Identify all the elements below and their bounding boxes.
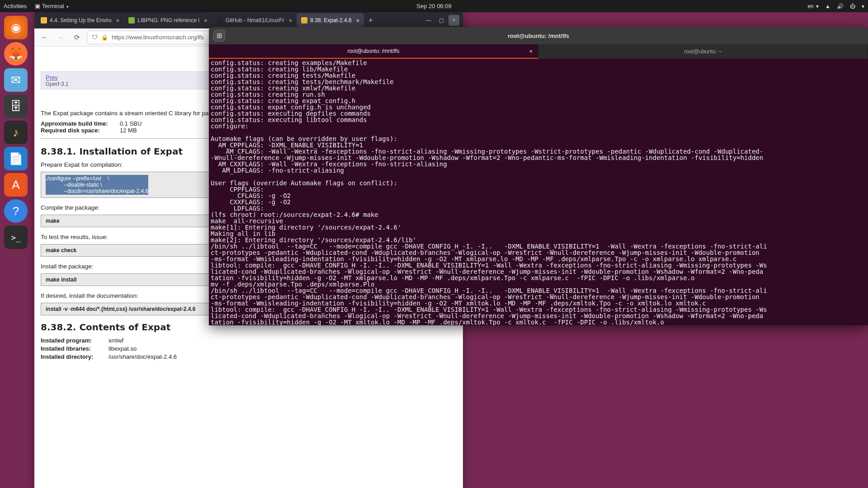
network-icon[interactable]: ▲ [825, 3, 830, 9]
build-time-label: Approximate build time: [41, 120, 120, 127]
clock[interactable]: Sep 20 06:09 [416, 3, 451, 9]
terminal-tabstrip: root@ubuntu: /mnt/lfs × root@ubuntu: ~ [209, 44, 868, 59]
close-icon[interactable]: × [116, 17, 120, 24]
terminal-tab-active[interactable]: root@ubuntu: /mnt/lfs × [209, 44, 538, 59]
terminal-titlebar[interactable]: ⊞ root@ubuntu: /mnt/lfs [209, 27, 868, 44]
browser-tab[interactable]: GitHub - Nmatt1/LinuxFr × [212, 13, 297, 28]
close-icon[interactable]: × [204, 17, 208, 24]
terminal-window: ⊞ root@ubuntu: /mnt/lfs root@ubuntu: /mn… [209, 27, 868, 325]
dock-music-icon[interactable]: ♪ [4, 121, 28, 144]
close-icon[interactable]: × [356, 17, 360, 24]
terminal-output[interactable]: config.status: creating examples/Makefil… [209, 59, 868, 325]
dock-firefox-icon[interactable]: 🦊 [4, 42, 28, 66]
shield-icon: 🛡 [92, 34, 98, 41]
dock: ◉ 🦊 ✉ 🗄 ♪ 📄 A ? >_ [0, 12, 32, 488]
prev-link[interactable]: Prev [46, 74, 58, 81]
firefox-tabstrip: 4.4. Setting Up the Enviro × LIBPNG: PNG… [34, 12, 463, 28]
power-icon[interactable]: ⏻ [850, 3, 855, 9]
terminal-tab-label: root@ubuntu: /mnt/lfs [348, 48, 400, 54]
installed-program-label: Installed program: [41, 337, 108, 344]
browser-tab-active[interactable]: 8.38. Expat-2.4.6 × [297, 13, 364, 28]
favicon-icon [41, 17, 47, 23]
dock-files-icon[interactable]: 🗄 [4, 94, 28, 118]
forward-button[interactable]: → [54, 31, 67, 44]
installed-lib-label: Installed libraries: [41, 345, 108, 352]
back-button[interactable]: ← [38, 31, 51, 44]
chevron-down-icon: ▾ [66, 5, 69, 9]
favicon-icon [217, 17, 223, 23]
close-icon[interactable]: × [289, 17, 292, 24]
lock-icon: 🔒 [101, 34, 108, 41]
new-tab-button[interactable]: + [364, 16, 377, 24]
terminal-tab-label: root@ubuntu: ~ [684, 48, 722, 55]
disk-label: Required disk space: [41, 127, 120, 134]
close-button[interactable]: × [448, 15, 459, 26]
dock-store-icon[interactable]: A [4, 173, 28, 197]
close-icon[interactable]: × [529, 48, 533, 55]
disk-value: 12 MB [120, 127, 137, 134]
dock-help-icon[interactable]: ? [4, 199, 28, 223]
activities-button[interactable]: Activities [4, 3, 27, 9]
terminal-icon: ▣ [35, 3, 40, 9]
terminal-title: root@ubuntu: /mnt/lfs [508, 33, 569, 39]
terminal-tab[interactable]: root@ubuntu: ~ [538, 44, 868, 59]
url-text: https://www.linuxfromscratch.org/lfs [112, 34, 204, 41]
prev-subtitle: Gperf-3.1 [46, 81, 69, 87]
dock-ubuntu-icon[interactable]: ◉ [4, 16, 28, 39]
tab-title: 4.4. Setting Up the Enviro [50, 17, 112, 23]
dock-office-icon[interactable]: 📄 [4, 147, 28, 170]
installed-dir-label: Installed directory: [41, 353, 108, 360]
tab-title: LIBPNG: PNG reference l [137, 17, 199, 23]
installed-program-value: xmlwf [108, 337, 123, 344]
terminal-new-tab-button[interactable]: ⊞ [213, 30, 225, 42]
app-menu[interactable]: ▣ Terminal ▾ [35, 3, 69, 9]
maximize-button[interactable]: ▢ [436, 15, 447, 26]
favicon-icon [301, 17, 307, 23]
browser-tab[interactable]: 4.4. Setting Up the Enviro × [36, 13, 124, 28]
installed-dir-value: /usr/share/doc/expat-2.4.6 [108, 353, 177, 360]
favicon-icon [128, 17, 135, 23]
browser-tab[interactable]: LIBPNG: PNG reference l × [124, 13, 212, 28]
minimize-button[interactable]: — [423, 15, 434, 26]
dock-mail-icon[interactable]: ✉ [4, 68, 28, 92]
volume-icon[interactable]: 🔊 [837, 3, 844, 9]
lang-indicator[interactable]: en ▾ [807, 3, 819, 9]
tab-title: GitHub - Nmatt1/LinuxFr [226, 17, 284, 23]
reload-button[interactable]: ⟳ [71, 31, 83, 44]
build-time-value: 0.1 SBU [120, 120, 142, 127]
tab-title: 8.38. Expat-2.4.6 [310, 17, 351, 23]
gnome-topbar: Activities ▣ Terminal ▾ Sep 20 06:09 en … [0, 0, 868, 12]
chevron-down-icon[interactable]: ▾ [862, 3, 864, 9]
installed-lib-value: libexpat.so [108, 345, 137, 352]
dock-terminal-icon[interactable]: >_ [4, 225, 28, 249]
